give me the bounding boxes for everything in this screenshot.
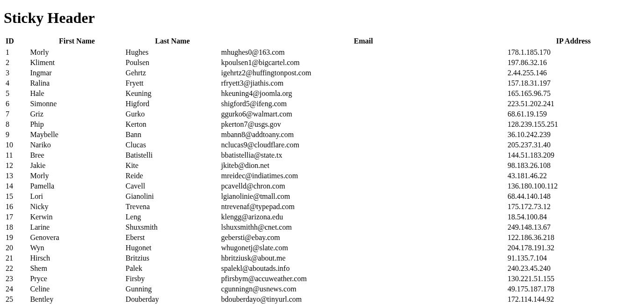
table-row: 17KerwinLengklengg@arizona.edu18.54.100.… — [4, 212, 640, 222]
cell-email: hbritziusk@about.me — [220, 253, 507, 263]
table-row: 14PamellaCavellpcavelld@chron.com136.180… — [4, 181, 640, 191]
cell-last: Higford — [125, 99, 220, 109]
table-row: 18LarineShuxsmithlshuxsmithh@cnet.com249… — [4, 222, 640, 232]
cell-first: Morly — [29, 171, 124, 181]
cell-first: Pamella — [29, 181, 124, 191]
cell-last: Gehrtz — [125, 68, 220, 78]
cell-ip: 172.114.144.92 — [507, 294, 640, 305]
table-row: 22ShemPalekspalekl@aboutads.info240.23.4… — [4, 263, 640, 274]
cell-ip: 128.239.155.251 — [507, 119, 640, 130]
cell-ip: 165.165.96.75 — [507, 88, 640, 99]
cell-email: hkeuning4@joomla.org — [220, 88, 507, 99]
cell-email: nclucas9@cloudflare.com — [220, 140, 507, 150]
cell-ip: 178.1.185.170 — [507, 47, 640, 58]
cell-first: Celine — [29, 284, 124, 294]
cell-id: 3 — [4, 68, 29, 78]
table-row: 16NickyTrevenantrevenaf@typepad.com175.1… — [4, 202, 640, 212]
cell-last: Gianolini — [125, 191, 220, 202]
cell-last: Hugonet — [125, 243, 220, 253]
cell-ip: 130.221.51.155 — [507, 274, 640, 284]
cell-ip: 223.51.202.241 — [507, 99, 640, 109]
cell-first: Genovera — [29, 232, 124, 243]
cell-email: rfryett3@jiathis.com — [220, 78, 507, 88]
cell-email: gebersti@ebay.com — [220, 232, 507, 243]
cell-last: Kerton — [125, 119, 220, 130]
cell-ip: 68.44.140.148 — [507, 191, 640, 202]
table-row: 9MaybelleBannmbann8@addtoany.com36.10.24… — [4, 130, 640, 140]
cell-first: Kliment — [29, 58, 124, 68]
cell-id: 24 — [4, 284, 29, 294]
cell-first: Larine — [29, 222, 124, 232]
cell-ip: 205.237.31.40 — [507, 140, 640, 150]
cell-id: 6 — [4, 99, 29, 109]
cell-last: Leng — [125, 212, 220, 222]
cell-id: 10 — [4, 140, 29, 150]
cell-first: Wyn — [29, 243, 124, 253]
cell-id: 22 — [4, 263, 29, 274]
table-row: 1MorlyHughesmhughes0@163.com178.1.185.17… — [4, 47, 640, 58]
cell-first: Nariko — [29, 140, 124, 150]
table-row: 4RalinaFryettrfryett3@jiathis.com157.18.… — [4, 78, 640, 88]
cell-first: Jakie — [29, 160, 124, 171]
cell-last: Gurko — [125, 109, 220, 119]
cell-email: pcavelld@chron.com — [220, 181, 507, 191]
cell-email: bbatistellia@state.tx — [220, 150, 507, 160]
table-row: 19GenoveraEberstgebersti@ebay.com122.186… — [4, 232, 640, 243]
cell-ip: 36.10.242.239 — [507, 130, 640, 140]
cell-first: Bentley — [29, 294, 124, 305]
cell-last: Reide — [125, 171, 220, 181]
cell-id: 16 — [4, 202, 29, 212]
cell-last: Bann — [125, 130, 220, 140]
cell-first: Hale — [29, 88, 124, 99]
cell-email: igehrtz2@huffingtonpost.com — [220, 68, 507, 78]
cell-id: 5 — [4, 88, 29, 99]
cell-last: Kite — [125, 160, 220, 171]
col-ip: IP Address — [507, 35, 640, 47]
cell-id: 13 — [4, 171, 29, 181]
cell-first: Lori — [29, 191, 124, 202]
cell-id: 11 — [4, 150, 29, 160]
table-row: 8PhipKertonpkerton7@usgs.gov128.239.155.… — [4, 119, 640, 130]
cell-last: Shuxsmith — [125, 222, 220, 232]
cell-last: Palek — [125, 263, 220, 274]
cell-first: Phip — [29, 119, 124, 130]
cell-ip: 98.183.26.108 — [507, 160, 640, 171]
cell-ip: 197.86.32.16 — [507, 58, 640, 68]
cell-id: 7 — [4, 109, 29, 119]
table-row: 24CelineGunningcgunningn@usnews.com49.17… — [4, 284, 640, 294]
cell-email: shigford5@ifeng.com — [220, 99, 507, 109]
table-header: ID First Name Last Name Email IP Address — [4, 35, 640, 47]
cell-email: mhughes0@163.com — [220, 47, 507, 58]
cell-first: Pryce — [29, 274, 124, 284]
cell-id: 19 — [4, 232, 29, 243]
cell-ip: 122.186.36.218 — [507, 232, 640, 243]
cell-last: Douberday — [125, 294, 220, 305]
page-title: Sticky Header — [4, 9, 640, 27]
cell-id: 18 — [4, 222, 29, 232]
cell-ip: 204.178.191.32 — [507, 243, 640, 253]
cell-first: Ralina — [29, 78, 124, 88]
cell-id: 12 — [4, 160, 29, 171]
cell-id: 17 — [4, 212, 29, 222]
cell-first: Simonne — [29, 99, 124, 109]
table-row: 7GrizGurkoggurko6@walmart.com68.61.19.15… — [4, 109, 640, 119]
cell-email: pfirsbym@accuweather.com — [220, 274, 507, 284]
cell-last: Trevena — [125, 202, 220, 212]
cell-ip: 249.148.13.67 — [507, 222, 640, 232]
table-row: 5HaleKeuninghkeuning4@joomla.org165.165.… — [4, 88, 640, 99]
table-row: 20WynHugonetwhugonetj@slate.com204.178.1… — [4, 243, 640, 253]
col-email: Email — [220, 35, 507, 47]
cell-email: lshuxsmithh@cnet.com — [220, 222, 507, 232]
table-row: 12JakieKitejkiteb@dion.net98.183.26.108 — [4, 160, 640, 171]
cell-id: 15 — [4, 191, 29, 202]
cell-email: mreidec@indiatimes.com — [220, 171, 507, 181]
cell-last: Cavell — [125, 181, 220, 191]
table-row: 25BentleyDouberdaybdouberdayo@tinyurl.co… — [4, 294, 640, 305]
cell-last: Clucas — [125, 140, 220, 150]
cell-last: Poulsen — [125, 58, 220, 68]
cell-last: Batistelli — [125, 150, 220, 160]
cell-ip: 49.175.187.178 — [507, 284, 640, 294]
cell-id: 20 — [4, 243, 29, 253]
cell-email: kpoulsen1@bigcartel.com — [220, 58, 507, 68]
cell-first: Hirsch — [29, 253, 124, 263]
